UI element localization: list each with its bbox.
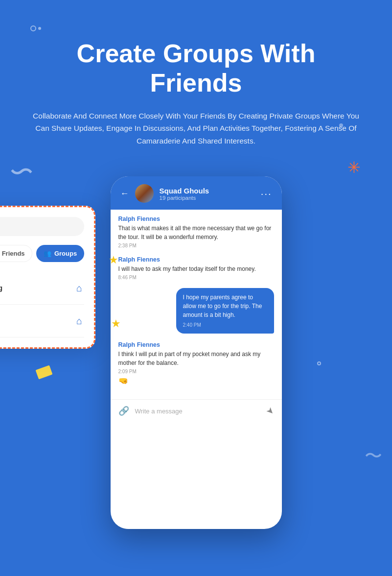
phone-frame: ← Squad Ghouls 19 participants ··· Ralph… (111, 176, 282, 529)
chat-participants: 19 participants (160, 195, 255, 201)
msg-text-2: I will have to ask my father today itsel… (118, 264, 274, 273)
message-2: Ralph Fiennes I will have to ask my fath… (118, 256, 274, 280)
chat-header: ← Squad Ghouls 19 participants ··· (111, 176, 282, 210)
message-3: I hope my parents agree to allow me to g… (176, 288, 274, 334)
msg-text-4: I think I will put in part of my pocket … (118, 350, 274, 367)
group-item-wing[interactable]: The Best Wing ⌂ (0, 272, 84, 305)
tab-groups[interactable]: 👥 Groups (36, 245, 84, 262)
groups-tab-icon: 👥 (44, 250, 51, 257)
groups-panel: ⊙ Search Here 💬 Messages 👥 Friends 👥 Gro… (0, 206, 95, 349)
tab-friends-label: Friends (2, 250, 25, 257)
hero-section: Create Groups With Friends Collaborate A… (0, 0, 392, 162)
msg-time-2: 8:46 PM (118, 275, 274, 280)
send-button[interactable]: ➤ (264, 405, 277, 417)
hero-subtitle: Collaborate And Connect More Closely Wit… (30, 110, 363, 147)
msg-sender-1: Ralph Fiennes (118, 216, 274, 222)
chat-input-bar: 🔗 Write a message ➤ (111, 399, 282, 422)
home-icon-wing: ⌂ (76, 283, 82, 294)
message-input[interactable]: Write a message (135, 408, 261, 415)
attachment-icon[interactable]: 🔗 (118, 406, 129, 416)
msg-text-1: That is what makes it all the more neces… (118, 224, 274, 241)
message-4: Ralph Fiennes I think I will put in part… (118, 341, 274, 385)
msg-text-3: I hope my parents agree to allow me to g… (183, 293, 267, 319)
chat-group-avatar (135, 184, 154, 203)
home-icon-film: ⌂ (76, 315, 82, 327)
star-decoration-2: ★ (111, 317, 121, 330)
group-name-wing: The Best Wing (0, 284, 69, 292)
tab-friends[interactable]: 👥 Friends (0, 245, 32, 262)
msg-time-3: 2:40 PM (183, 321, 267, 329)
chat-group-name: Squad Ghouls (160, 187, 255, 195)
group-name-film: Film Fanatics (0, 317, 69, 325)
tab-groups-label: Groups (54, 250, 77, 257)
search-bar[interactable]: ⊙ Search Here (0, 217, 84, 236)
tabs-row: 💬 Messages 👥 Friends 👥 Groups (0, 245, 84, 262)
snowflake-icon: ✳ (347, 160, 361, 175)
msg-sender-4: Ralph Fiennes (118, 341, 274, 348)
chat-messages: Ralph Fiennes That is what makes it all … (111, 210, 282, 399)
group-item-film[interactable]: Film Fanatics ⌂ (0, 305, 84, 337)
msg-time-4: 2:09 PM (118, 369, 274, 374)
msg-sender-2: Ralph Fiennes (118, 256, 274, 263)
star-decoration-1: ★ (109, 254, 118, 266)
message-3-wrapper: I hope my parents agree to allow me to g… (118, 288, 274, 334)
message-1: Ralph Fiennes That is what makes it all … (118, 216, 274, 248)
chat-header-info: Squad Ghouls 19 participants (160, 187, 255, 201)
msg-time-1: 2:38 PM (118, 243, 274, 248)
back-button[interactable]: ← (120, 189, 129, 199)
mockup-area: ⊙ Search Here 💬 Messages 👥 Friends 👥 Gro… (0, 176, 392, 529)
hero-title: Create Groups With Friends (29, 39, 363, 98)
page-wrapper: ✳ 〜 〜 Create Groups With Friends Collabo… (0, 0, 392, 576)
msg-emoji-4: 🤜 (118, 376, 274, 385)
more-options-button[interactable]: ··· (261, 188, 272, 199)
